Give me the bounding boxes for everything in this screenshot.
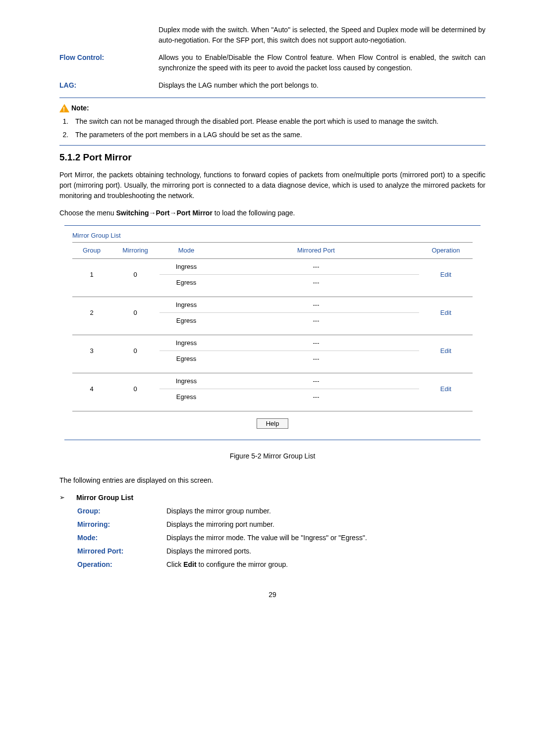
cell-operation: Edit xyxy=(419,373,473,405)
def-label-flow-control: Flow Control: xyxy=(59,52,159,73)
cell-group: 2 xyxy=(72,297,111,329)
row-separator xyxy=(72,291,473,297)
section-paragraph: Port Mirror, the packets obtaining techn… xyxy=(59,170,485,201)
mirror-group-table-wrap: Mirror Group List Group Mirroring Mode M… xyxy=(64,225,481,440)
def2-row-mode: Mode: Displays the mirror mode. The valu… xyxy=(77,533,485,543)
cell-mode-egress: Egress xyxy=(160,275,213,291)
entries-sentence: The following entries are displayed on t… xyxy=(59,475,485,486)
divider xyxy=(59,98,485,98)
menu-prefix: Choose the menu xyxy=(59,209,116,217)
menu-suffix: to load the following page. xyxy=(213,209,295,217)
bullet-marker: ➢ xyxy=(59,493,76,503)
mirror-group-table: Group Mirroring Mode Mirrored Port Opera… xyxy=(72,242,473,411)
menu-sentence: Choose the menu Switching→Port→Port Mirr… xyxy=(59,208,485,218)
note-header: Note: xyxy=(59,103,485,113)
cell-mode-egress: Egress xyxy=(160,313,213,329)
row-separator xyxy=(72,329,473,335)
def-row-duplex: Duplex mode with the switch. When "Auto"… xyxy=(59,25,485,46)
def-label-empty xyxy=(59,25,159,46)
menu-path: Switching→Port→Port Mirror xyxy=(116,209,212,217)
note-item-1: The switch can not be managed through th… xyxy=(70,116,485,127)
def-label-lag: LAG: xyxy=(59,80,159,91)
cell-mirrored-ingress: --- xyxy=(213,373,419,389)
warning-icon xyxy=(59,104,69,112)
def-text-flow-control: Allows you to Enable/Disable the Flow Co… xyxy=(159,52,485,73)
cell-mirrored-egress: --- xyxy=(213,313,419,329)
def-text-lag: Displays the LAG number which the port b… xyxy=(159,80,485,91)
note-label: Note: xyxy=(71,103,89,113)
def2-label-operation: Operation: xyxy=(77,559,166,570)
edit-link[interactable]: Edit xyxy=(440,309,451,316)
cell-operation: Edit xyxy=(419,258,473,291)
table-header-row: Group Mirroring Mode Mirrored Port Opera… xyxy=(72,243,473,259)
cell-group: 4 xyxy=(72,373,111,405)
cell-mirroring: 0 xyxy=(111,258,160,291)
cell-mirrored-ingress: --- xyxy=(213,335,419,351)
cell-mirrored-ingress: --- xyxy=(213,258,419,275)
edit-link[interactable]: Edit xyxy=(440,271,451,278)
def2-text-mirroring: Displays the mirroring port number. xyxy=(166,519,274,530)
row-separator xyxy=(72,405,473,411)
def2-row-mirrored-port: Mirrored Port: Displays the mirrored por… xyxy=(77,546,485,556)
def2-text-operation: Click Edit to configure the mirror group… xyxy=(166,559,288,570)
table-row: 3 0 Ingress --- Edit xyxy=(72,335,473,351)
cell-mode-egress: Egress xyxy=(160,389,213,405)
note-item-2: The parameters of the port members in a … xyxy=(70,130,485,140)
cell-group: 3 xyxy=(72,335,111,367)
table-row: 1 0 Ingress --- Edit xyxy=(72,258,473,275)
page-number: 29 xyxy=(59,590,485,600)
header-operation: Operation xyxy=(419,243,473,259)
bullet-heading: Mirror Group List xyxy=(76,493,133,503)
def2-row-mirroring: Mirroring: Displays the mirroring port n… xyxy=(77,519,485,530)
cell-mirroring: 0 xyxy=(111,335,160,367)
table-row: 4 0 Ingress --- Edit xyxy=(72,373,473,389)
cell-mirrored-egress: --- xyxy=(213,351,419,367)
header-group: Group xyxy=(72,243,111,259)
def-row-lag: LAG: Displays the LAG number which the p… xyxy=(59,80,485,91)
cell-mirroring: 0 xyxy=(111,297,160,329)
def2-text-mode: Displays the mirror mode. The value will… xyxy=(166,533,367,543)
cell-group: 1 xyxy=(72,258,111,291)
def-text-duplex: Duplex mode with the switch. When "Auto"… xyxy=(159,25,485,46)
operation-prefix: Click xyxy=(166,560,183,568)
cell-mirrored-ingress: --- xyxy=(213,297,419,313)
cell-mirrored-egress: --- xyxy=(213,275,419,291)
cell-mode-ingress: Ingress xyxy=(160,297,213,313)
def2-row-operation: Operation: Click Edit to configure the m… xyxy=(77,559,485,570)
def2-label-mirrored-port: Mirrored Port: xyxy=(77,546,166,556)
notes-list: The switch can not be managed through th… xyxy=(59,116,485,140)
divider xyxy=(59,145,485,146)
edit-link[interactable]: Edit xyxy=(440,347,451,354)
def2-row-group: Group: Displays the mirror group number. xyxy=(77,506,485,516)
def-row-flow-control: Flow Control: Allows you to Enable/Disab… xyxy=(59,52,485,73)
def2-text-mirrored-port: Displays the mirrored ports. xyxy=(166,546,251,556)
header-mirroring: Mirroring xyxy=(111,243,160,259)
section-heading: 5.1.2 Port Mirror xyxy=(59,151,485,165)
table-row: 2 0 Ingress --- Edit xyxy=(72,297,473,313)
operation-suffix: to configure the mirror group. xyxy=(197,560,288,568)
help-button[interactable]: Help xyxy=(257,418,289,429)
cell-operation: Edit xyxy=(419,297,473,329)
cell-mode-ingress: Ingress xyxy=(160,335,213,351)
row-separator xyxy=(72,367,473,373)
help-button-wrap: Help xyxy=(72,418,473,429)
header-mode: Mode xyxy=(160,243,213,259)
def2-text-group: Displays the mirror group number. xyxy=(166,506,271,516)
edit-link[interactable]: Edit xyxy=(440,385,451,393)
cell-mirrored-egress: --- xyxy=(213,389,419,405)
table-title: Mirror Group List xyxy=(72,231,473,241)
cell-mode-egress: Egress xyxy=(160,351,213,367)
def2-label-mode: Mode: xyxy=(77,533,166,543)
cell-mirroring: 0 xyxy=(111,373,160,405)
header-mirrored-port: Mirrored Port xyxy=(213,243,419,259)
cell-mode-ingress: Ingress xyxy=(160,373,213,389)
cell-mode-ingress: Ingress xyxy=(160,258,213,275)
cell-operation: Edit xyxy=(419,335,473,367)
bullet-row: ➢ Mirror Group List xyxy=(59,493,485,503)
operation-bold: Edit xyxy=(183,560,196,568)
figure-caption: Figure 5-2 Mirror Group List xyxy=(59,451,485,461)
def2-label-mirroring: Mirroring: xyxy=(77,519,166,530)
def2-label-group: Group: xyxy=(77,506,166,516)
